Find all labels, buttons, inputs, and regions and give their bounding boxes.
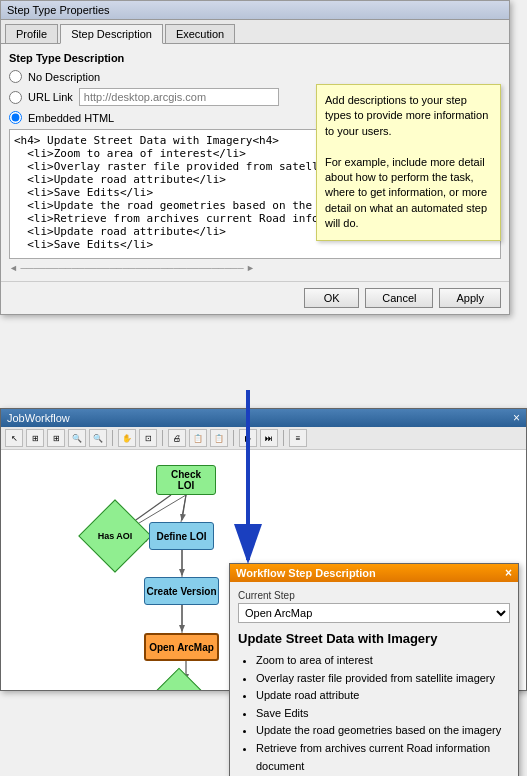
toolbar-zoom-out[interactable]: 🔍 — [89, 429, 107, 447]
toolbar-export[interactable]: 📋 — [189, 429, 207, 447]
radio-no-description[interactable]: No Description — [9, 70, 501, 83]
node-define-loi[interactable]: Define LOI — [149, 522, 214, 550]
list-item: Retrieve from archives current Road info… — [256, 740, 510, 775]
radio-no-desc-input[interactable] — [9, 70, 22, 83]
radio-url-label: URL Link — [28, 91, 73, 103]
apply-button[interactable]: Apply — [439, 288, 501, 308]
radio-html-label: Embedded HTML — [28, 112, 114, 124]
toolbar-play[interactable]: ▶ — [239, 429, 257, 447]
toolbar-more[interactable]: ≡ — [289, 429, 307, 447]
node-has-aoi[interactable]: Has AOI — [89, 510, 141, 562]
dialog-title: Step Type Properties — [1, 1, 509, 20]
list-item: Overlay raster file provided from satell… — [256, 670, 510, 688]
toolbar-fit[interactable]: ⊡ — [139, 429, 157, 447]
toolbar-grid-tool[interactable]: ⊞ — [47, 429, 65, 447]
url-input-field[interactable] — [79, 88, 279, 106]
toolbar-pan[interactable]: ✋ — [118, 429, 136, 447]
list-item: Save Edits — [256, 705, 510, 723]
toolbar-separator-3 — [233, 430, 234, 446]
step-desc-list: Zoom to area of interest Overlay raster … — [238, 652, 510, 776]
step-desc-heading: Update Street Data with Imagery — [238, 631, 510, 646]
workflow-title-bar: JobWorkflow × — [1, 409, 526, 427]
workflow-toolbar: ↖ ⊞ ⊞ 🔍 🔍 ✋ ⊡ 🖨 📋 📋 ▶ ⏭ ≡ — [1, 427, 526, 450]
workflow-step-description-dialog: Workflow Step Description × Current Step… — [229, 563, 519, 776]
current-step-select[interactable]: Open ArcMap — [238, 603, 510, 623]
toolbar-separator-1 — [112, 430, 113, 446]
node-open-arcmap[interactable]: Open ArcMap — [144, 633, 219, 661]
section-label: Step Type Description — [9, 52, 501, 64]
step-desc-title-bar: Workflow Step Description × — [230, 564, 518, 582]
tab-step-description[interactable]: Step Description — [60, 24, 163, 44]
scroll-hint-left: ◄ ─────────────────────────────────── ► — [9, 263, 255, 273]
tooltip-box: Add descriptions to your step types to p… — [316, 84, 501, 241]
toolbar-connect-tool[interactable]: ⊞ — [26, 429, 44, 447]
svg-line-7 — [182, 495, 186, 520]
radio-url-input[interactable] — [9, 91, 22, 104]
toolbar-separator-4 — [283, 430, 284, 446]
cancel-button[interactable]: Cancel — [365, 288, 433, 308]
node-check-loi[interactable]: Check LOI — [156, 465, 216, 495]
list-item: Update the road geometries based on the … — [256, 722, 510, 740]
toolbar-print[interactable]: 🖨 — [168, 429, 186, 447]
tab-execution[interactable]: Execution — [165, 24, 235, 43]
toolbar-step[interactable]: ⏭ — [260, 429, 278, 447]
radio-html-input[interactable] — [9, 111, 22, 124]
dialog-buttons-bar: OK Cancel Apply — [1, 281, 509, 314]
job-workflow-window: JobWorkflow × ↖ ⊞ ⊞ 🔍 🔍 ✋ ⊡ 🖨 📋 📋 ▶ ⏭ ≡ — [0, 408, 527, 691]
step-desc-close-btn[interactable]: × — [505, 567, 512, 579]
workflow-close-btn[interactable]: × — [513, 412, 520, 424]
dialog-tab-bar: Profile Step Description Execution — [1, 20, 509, 44]
toolbar-copy[interactable]: 📋 — [210, 429, 228, 447]
toolbar-select-tool[interactable]: ↖ — [5, 429, 23, 447]
step-type-properties-dialog: Step Type Properties Profile Step Descri… — [0, 0, 510, 315]
toolbar-zoom-in[interactable]: 🔍 — [68, 429, 86, 447]
ok-button[interactable]: OK — [304, 288, 359, 308]
node-more-edits[interactable]: More Edits? — [154, 678, 204, 690]
step-desc-body: Current Step Open ArcMap Update Street D… — [230, 582, 518, 776]
tab-profile[interactable]: Profile — [5, 24, 58, 43]
toolbar-separator-2 — [162, 430, 163, 446]
dialog-body: Add descriptions to your step types to p… — [1, 44, 509, 281]
list-item: Update road attribute — [256, 687, 510, 705]
radio-no-desc-label: No Description — [28, 71, 100, 83]
node-create-version[interactable]: Create Version — [144, 577, 219, 605]
list-item: Zoom to area of interest — [256, 652, 510, 670]
